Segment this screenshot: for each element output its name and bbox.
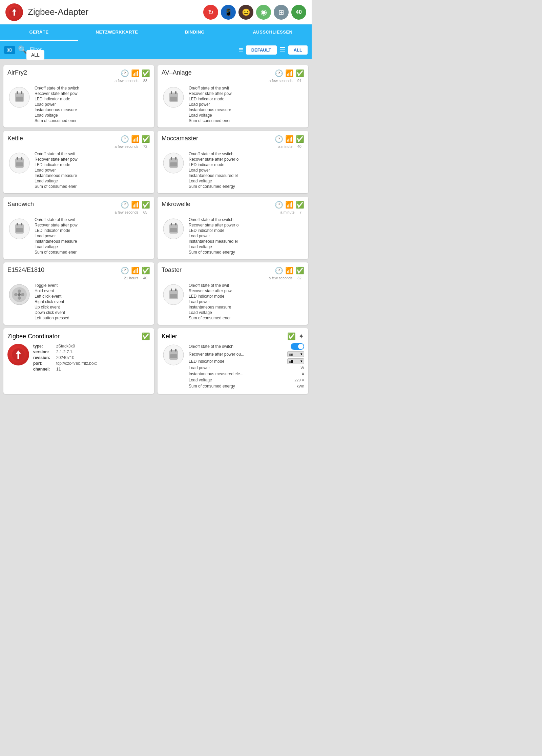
device-card-keller[interactable]: Keller ✅ ✦ On/off state of the switch: [158, 328, 308, 394]
status-icon: ✅: [296, 69, 304, 77]
svg-rect-14: [21, 157, 22, 160]
svg-rect-18: [171, 157, 172, 160]
header-actions: ↻ 📱 😐 ◉ ⊞ 40: [203, 5, 306, 20]
device-card-toaster[interactable]: Toaster 🕐 📶 ✅ a few seconds 32: [158, 262, 308, 325]
wifi-circle-icon[interactable]: ◉: [256, 5, 271, 20]
page-title: Zigbee-Adapter: [28, 7, 203, 17]
devices-grid: AirFry2 🕐 📶 ✅ a few seconds 83: [0, 62, 312, 397]
keller-properties: On/off state of the switch Recover state…: [189, 343, 304, 390]
svg-rect-20: [170, 162, 177, 166]
status-icon: ✅: [296, 201, 304, 209]
recover-select[interactable]: on ▾: [287, 351, 304, 357]
device-card-mikrowelle[interactable]: Mikrowelle 🕐 📶 ✅ a minute 7 On/: [158, 197, 308, 259]
tab-binding[interactable]: BINDING: [156, 24, 234, 41]
all-button[interactable]: ALL: [288, 45, 308, 55]
status-icon: ✅: [142, 332, 150, 340]
app-logo[interactable]: [5, 3, 23, 21]
default-button[interactable]: DEFAULT: [246, 45, 277, 55]
refresh-icon[interactable]: ↻: [203, 5, 218, 20]
svg-point-34: [18, 296, 21, 300]
svg-rect-24: [21, 223, 22, 225]
svg-rect-28: [171, 223, 172, 225]
filter-input[interactable]: [30, 47, 236, 53]
status-icon: ✅: [142, 266, 150, 275]
svg-rect-41: [175, 289, 176, 291]
device-meta: a few seconds 83: [7, 79, 150, 83]
device-image: [162, 217, 185, 241]
device-card-av-anlage[interactable]: AV–Anlage 🕐 📶 ✅ a few seconds 91: [158, 65, 308, 127]
device-name: AV–Anlage: [162, 69, 192, 76]
device-properties: On/off state of the switch Recover state…: [35, 85, 150, 123]
port-label: port:: [33, 361, 54, 366]
device-card-kettle[interactable]: Kettle 🕐 📶 ✅ a few seconds 72 O: [3, 131, 154, 193]
led-select[interactable]: off ▾: [287, 358, 304, 364]
wifi-icon: 📶: [131, 69, 140, 77]
svg-point-36: [21, 293, 24, 296]
type-label: type:: [33, 344, 54, 349]
device-name: Toaster: [162, 266, 182, 274]
device-name: Sandwich: [7, 201, 34, 208]
wifi-icon: 📶: [285, 201, 294, 209]
device-properties: On/off state of the switch Recover state…: [189, 151, 304, 189]
device-name: Keller: [162, 333, 177, 340]
device-card-moccamaster[interactable]: Moccamaster 🕐 📶 ✅ a minute 40 O: [158, 131, 308, 193]
3d-button[interactable]: 3D: [4, 46, 15, 54]
status-icon: ✅: [287, 332, 296, 340]
grid-icon[interactable]: ⊞: [274, 5, 289, 20]
device-name: E1524/E1810: [7, 266, 44, 274]
device-card-e1524[interactable]: E1524/E1810 🕐 📶 ✅ 21 hours 40: [3, 262, 154, 325]
svg-rect-15: [16, 162, 23, 166]
svg-rect-30: [170, 228, 177, 232]
sort-icon[interactable]: ≡: [239, 45, 243, 54]
device-meta: 21 hours 40: [7, 276, 150, 280]
svg-rect-4: [21, 91, 22, 94]
prop-6: Sum of consumed ener: [35, 118, 150, 123]
svg-rect-42: [170, 294, 177, 298]
svg-rect-19: [175, 157, 176, 160]
coordinator-details: type: zStack3x0 version: 2-1.2.7.1. revi…: [33, 344, 97, 373]
device-card-sandwich[interactable]: Sandwich 🕐 📶 ✅ a few seconds 65: [3, 197, 154, 259]
device-properties: On/off state of the switch Recover state…: [189, 217, 304, 255]
device-card-airfry2[interactable]: AirFry2 🕐 📶 ✅ a few seconds 83: [3, 65, 154, 127]
search-icon[interactable]: 🔍: [18, 45, 27, 54]
status-icon: ✅: [296, 135, 304, 143]
device-card-coordinator[interactable]: Zigbee Coordinator ✅ type: zStack3x0 ver…: [3, 328, 154, 394]
tab-ausschliessen[interactable]: AUSSCHLIESSEN: [234, 24, 312, 41]
clock-icon: 🕐: [275, 69, 283, 77]
port-value: tcp://czc-f78b.fritz.box:: [56, 361, 97, 366]
face-icon[interactable]: 😐: [238, 5, 253, 20]
tab-netzwerkkarte[interactable]: NETZWERKKARTE: [78, 24, 156, 41]
svg-rect-40: [171, 289, 172, 291]
onoff-toggle[interactable]: [291, 343, 304, 350]
settings-icon[interactable]: ✦: [298, 332, 304, 340]
svg-point-35: [14, 293, 18, 296]
status-icon: ✅: [142, 201, 150, 209]
wifi-icon: 📶: [285, 135, 294, 143]
device-properties: On/off state of the swit Recover state a…: [35, 217, 150, 255]
device-name: AirFry2: [7, 69, 27, 76]
filter-bar: 3D 🔍 ≡ DEFAULT ☰ ALL ALL: [0, 41, 312, 59]
coordinator-logo: [7, 344, 29, 365]
device-image: [7, 283, 31, 306]
type-value: zStack3x0: [56, 344, 75, 349]
device-meta: a few seconds 65: [7, 210, 150, 214]
prop-1: Recover state after pow: [35, 91, 150, 96]
wifi-icon: 📶: [131, 135, 140, 143]
app-header: Zigbee-Adapter ↻ 📱 😐 ◉ ⊞ 40: [0, 0, 312, 24]
all-popup[interactable]: ALL: [26, 50, 44, 60]
clock-icon: 🕐: [121, 69, 129, 77]
phone-icon[interactable]: 📱: [221, 5, 236, 20]
revision-value: 20240710: [56, 355, 74, 360]
svg-rect-47: [175, 349, 176, 352]
svg-rect-9: [175, 91, 176, 94]
device-name: Mikrowelle: [162, 201, 190, 208]
device-image: [162, 343, 185, 367]
list-view-icon[interactable]: ☰: [279, 46, 286, 54]
device-name: Zigbee Coordinator: [7, 333, 60, 340]
tab-geraete[interactable]: GERÄTE: [0, 24, 78, 41]
svg-point-37: [18, 293, 21, 296]
device-properties: Toggle event Hold event Left click event…: [35, 283, 150, 321]
device-image: [7, 151, 31, 175]
svg-rect-25: [16, 228, 23, 232]
clock-icon: 🕐: [275, 135, 283, 143]
